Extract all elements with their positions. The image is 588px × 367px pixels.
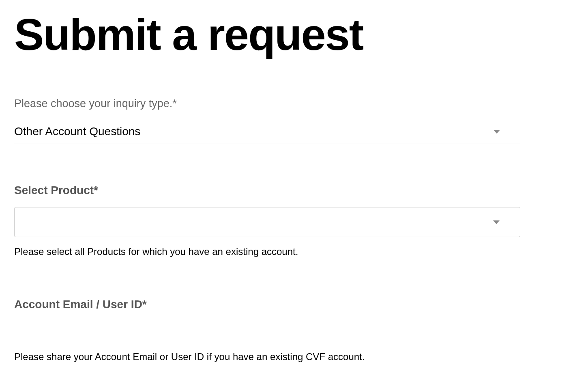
account-email-input[interactable] — [14, 321, 520, 342]
account-email-help-text: Please share your Account Email or User … — [14, 351, 574, 363]
inquiry-type-select[interactable]: Other Account Questions — [14, 120, 520, 143]
inquiry-type-selected-value: Other Account Questions — [14, 125, 140, 138]
select-product-group: Select Product* Please select all Produc… — [14, 184, 574, 257]
inquiry-type-label: Please choose your inquiry type.* — [14, 97, 574, 110]
page-title: Submit a request — [14, 12, 574, 57]
chevron-down-icon — [494, 130, 500, 134]
chevron-down-icon — [493, 220, 500, 224]
select-product-select[interactable] — [14, 207, 520, 237]
inquiry-type-group: Please choose your inquiry type.* Other … — [14, 97, 574, 143]
select-product-help-text: Please select all Products for which you… — [14, 246, 574, 257]
account-email-label: Account Email / User ID* — [14, 298, 574, 311]
account-email-group: Account Email / User ID* Please share yo… — [14, 298, 574, 363]
select-product-label: Select Product* — [14, 184, 574, 197]
